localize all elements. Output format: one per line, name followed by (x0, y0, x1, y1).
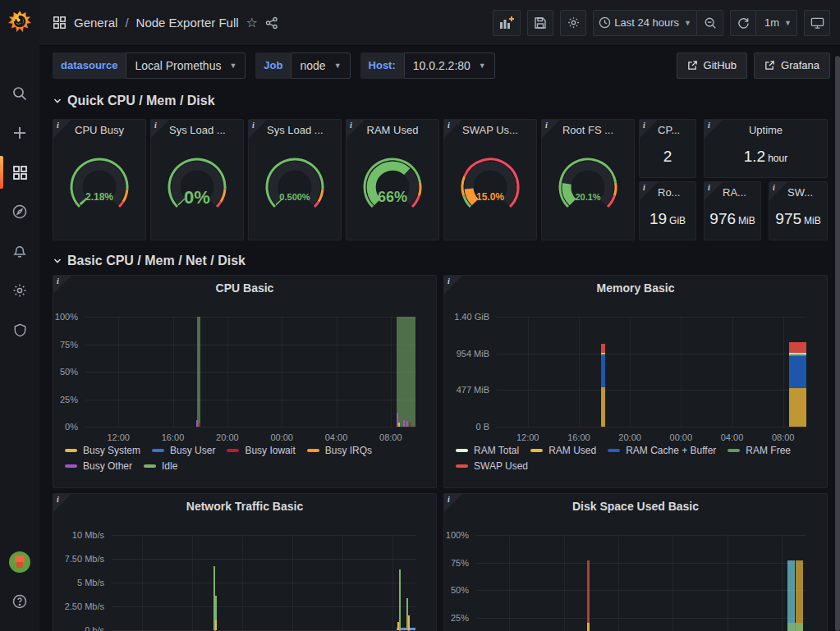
panel-info-icon[interactable]: i (347, 120, 365, 138)
variable-host: Host: 10.0.2.2:80▼ (360, 53, 495, 79)
chevron-down-icon: ▼ (477, 62, 486, 70)
chart-plot[interactable]: 0%25%50%75%100%12:0016:0020:0000:0004:00… (85, 317, 415, 427)
chart-series-bar (796, 560, 804, 631)
legend-item-ram-cache-buffer[interactable]: RAM Cache + Buffer (608, 445, 716, 456)
sidebar-item-server-admin[interactable] (0, 310, 39, 350)
github-link-button[interactable]: GitHub (677, 53, 747, 79)
chart-plot[interactable]: 0 B477 MiB954 MiB1.40 GiB12:0016:0020:00… (497, 317, 806, 427)
variable-label: Job (255, 53, 291, 79)
datasource-select[interactable]: Local Promethus▼ (126, 53, 246, 79)
kiosk-mode-button[interactable] (804, 10, 830, 36)
zoom-out-icon (704, 16, 717, 30)
panel-info-icon[interactable]: i (249, 120, 267, 138)
share-icon[interactable] (265, 16, 278, 30)
chart-series-bar (601, 353, 605, 354)
chart-series-bar (789, 354, 806, 356)
grafana-link-button[interactable]: Grafana (754, 53, 830, 79)
gauge: 0.500% (249, 153, 341, 218)
legend-item-swap-used[interactable]: SWAP Used (456, 460, 528, 472)
dashboard-links: GitHub Grafana (677, 53, 830, 79)
chart-series-bar (787, 623, 803, 631)
sidebar-item-alerting[interactable] (0, 231, 39, 271)
stat-value: 975MiB (769, 210, 827, 228)
external-link-icon (764, 60, 775, 71)
gridline-horizontal (112, 606, 415, 607)
panel-title[interactable]: Uptime (705, 120, 827, 141)
row-header-quick[interactable]: Quick CPU / Mem / Disk (53, 90, 215, 112)
panel-info-icon[interactable]: i (640, 182, 658, 200)
panel-info-icon[interactable]: i (53, 120, 71, 138)
gauge: 2.18% (53, 153, 145, 218)
sidebar-item-help[interactable] (0, 582, 39, 621)
refresh-interval-picker[interactable]: 1m ▼ (756, 10, 797, 36)
refresh-button[interactable] (730, 10, 756, 36)
panel-title[interactable]: Network Traffic Basic (53, 494, 436, 517)
variable-datasource: datasource Local Promethus▼ (53, 53, 246, 79)
x-axis-tick-label: 12:00 (107, 432, 130, 442)
x-axis-tick-label: 00:00 (670, 432, 693, 442)
panel-info-icon[interactable]: i (151, 120, 169, 138)
gridline-horizontal (85, 372, 415, 373)
chart-plot[interactable]: 0 b/s2.50 Mb/s5 Mb/s7.50 Mb/s10 Mb/s12:0… (112, 535, 415, 631)
legend-item-ram-free[interactable]: RAM Free (728, 445, 791, 456)
sidebar-item-configuration[interactable] (0, 271, 39, 310)
favorite-star-icon[interactable]: ☆ (246, 15, 258, 30)
scrollbar-thumb[interactable] (835, 56, 840, 631)
chart-series-bar (789, 388, 806, 427)
legend-item-busy-irqs[interactable]: Busy IRQs (307, 445, 372, 456)
legend-item-busy-iowait[interactable]: Busy Iowait (227, 445, 295, 456)
gauge: 20.1% (542, 153, 634, 218)
legend-color-dash (530, 449, 543, 452)
panel-info-icon[interactable]: i (444, 120, 462, 138)
legend-color-dash (65, 449, 77, 452)
time-range-label: Last 24 hours (611, 16, 682, 29)
sidebar-item-dashboards[interactable] (0, 153, 39, 192)
header-actions: Last 24 hours ▼ 1m ▼ (493, 10, 830, 36)
job-select[interactable]: node▼ (291, 53, 350, 79)
panel-info-icon[interactable]: i (640, 120, 658, 138)
panel-info-icon[interactable]: i (542, 120, 560, 138)
chevron-down-icon: ▼ (227, 62, 236, 70)
zoom-out-time-button[interactable] (697, 10, 723, 36)
panel-title[interactable]: CPU Basic (53, 276, 436, 299)
y-axis-tick-label: 50% (60, 367, 78, 377)
breadcrumb-folder[interactable]: General (74, 16, 117, 30)
y-axis-tick-label: 75% (60, 340, 78, 350)
gauge-panel-swap-us: iSWAP Us...15.0% (443, 119, 537, 240)
panel-info-icon[interactable]: i (53, 276, 71, 294)
row-header-basic[interactable]: Basic CPU / Mem / Net / Disk (53, 250, 246, 272)
legend-color-dash (608, 449, 620, 452)
panel-info-icon[interactable]: i (705, 182, 723, 200)
save-dashboard-button[interactable] (527, 10, 553, 36)
panel-info-icon[interactable]: i (53, 494, 71, 512)
legend-color-dash (152, 449, 164, 452)
legend-item-ram-total[interactable]: RAM Total (456, 445, 519, 456)
legend-item-busy-system[interactable]: Busy System (65, 445, 140, 456)
shield-icon (12, 322, 28, 338)
chart-plot[interactable]: 0%25%50%75%100%12:0016:0020:0000:0004:00… (476, 535, 806, 631)
panel-info-icon[interactable]: i (769, 182, 787, 200)
panel-info-icon[interactable]: i (705, 120, 723, 138)
y-axis-tick-label: 100% (446, 530, 469, 540)
legend-item-busy-other[interactable]: Busy Other (65, 460, 132, 472)
sidebar-nav (0, 74, 39, 350)
legend-item-ram-used[interactable]: RAM Used (530, 445, 596, 456)
sidebar-item-explore[interactable] (0, 192, 39, 231)
panel-title[interactable]: Memory Basic (444, 276, 827, 299)
refresh-icon (737, 16, 750, 29)
sidebar-item-create[interactable] (0, 113, 39, 153)
sidebar-item-profile[interactable] (0, 542, 39, 582)
time-range-picker[interactable]: Last 24 hours ▼ (593, 10, 697, 36)
x-axis-tick-label: 20:00 (618, 432, 641, 442)
grafana-logo[interactable] (0, 0, 39, 43)
legend-item-busy-user[interactable]: Busy User (152, 445, 215, 456)
dashboard-settings-button[interactable] (560, 10, 586, 36)
host-select[interactable]: 10.0.2.2:80▼ (404, 53, 495, 79)
panel-info-icon[interactable]: i (444, 494, 462, 512)
legend-item-idle[interactable]: Idle (144, 460, 177, 472)
panel-info-icon[interactable]: i (444, 276, 462, 294)
sidebar-item-search[interactable] (0, 74, 39, 113)
panel-title[interactable]: Disk Space Used Basic (444, 494, 827, 517)
save-icon (534, 16, 547, 30)
add-panel-button[interactable] (493, 10, 521, 36)
